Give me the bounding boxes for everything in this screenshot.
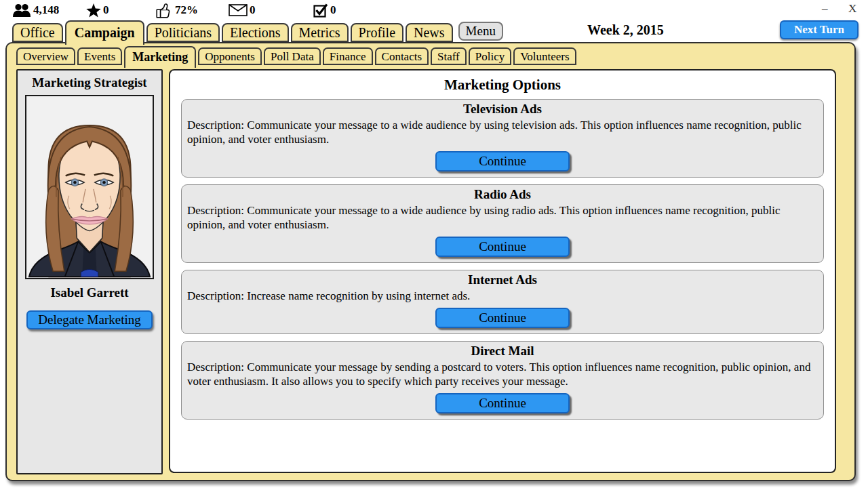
stat-stars: 0 [86,1,109,19]
tab-office[interactable]: Office [12,23,63,42]
next-turn-button[interactable]: Next Turn [780,20,859,39]
option-description: Description: Increase name recognition b… [187,289,818,303]
main-tab-bar: Office Campaign Politicians Elections Me… [12,20,503,42]
stat-approval: 72% [156,1,198,19]
menu-button[interactable]: Menu [458,22,503,41]
delegate-marketing-button[interactable]: Delegate Marketing [26,310,153,329]
stat-value: 72% [175,3,198,17]
option-card-direct-mail: Direct Mail Description: Communicate you… [181,341,824,420]
subtab-contacts[interactable]: Contacts [375,47,429,65]
strategist-name: Isabel Garrett [18,285,161,300]
continue-button-internet-ads[interactable]: Continue [435,308,570,328]
stat-value: 0 [330,3,336,17]
option-title: Television Ads [187,102,818,117]
subtab-staff[interactable]: Staff [431,47,467,65]
option-description: Description: Communicate your message to… [187,118,818,146]
tab-elections[interactable]: Elections [222,23,288,42]
close-button[interactable]: X [848,2,856,16]
thumbs-up-icon [156,3,173,18]
option-title: Internet Ads [187,272,818,287]
tab-campaign[interactable]: Campaign [65,20,144,45]
week-label: Week 2, 2015 [587,22,664,38]
mail-icon [229,4,248,16]
stat-value: 4,148 [33,3,59,17]
subtab-poll-data[interactable]: Poll Data [264,47,321,65]
option-description: Description: Communicate your message to… [187,203,818,232]
subtab-marketing[interactable]: Marketing [124,46,196,68]
subtab-opponents[interactable]: Opponents [198,47,262,65]
continue-button-television-ads[interactable]: Continue [435,151,570,171]
option-title: Radio Ads [187,187,818,202]
checkbox-icon [313,3,328,18]
subtab-volunteers[interactable]: Volunteers [513,47,576,65]
people-icon [12,3,31,18]
campaign-sub-tab-bar: Overview Events Marketing Opponents Poll… [16,45,578,65]
continue-button-radio-ads[interactable]: Continue [435,237,570,257]
subtab-overview[interactable]: Overview [16,47,75,65]
strategist-role-title: Marketing Strategist [18,75,161,90]
game-window: 4,148 0 72% 0 0 – X Offic [0,0,868,488]
option-title: Direct Mail [187,344,818,359]
option-description: Description: Communicate your message by… [187,360,818,388]
marketing-options-panel: Marketing Options Television Ads Descrip… [169,69,836,473]
strategist-portrait [25,95,154,279]
stat-supporters: 4,148 [12,1,59,19]
page-title: Marketing Options [170,77,835,94]
option-card-television-ads: Television Ads Description: Communicate … [181,99,824,178]
star-icon [86,3,101,18]
stat-messages: 0 [229,1,256,19]
stat-value: 0 [250,3,256,17]
subtab-finance[interactable]: Finance [323,47,373,65]
subtab-policy[interactable]: Policy [469,47,511,65]
tab-profile[interactable]: Profile [351,23,403,42]
tab-news[interactable]: News [406,23,453,42]
option-card-radio-ads: Radio Ads Description: Communicate your … [181,184,824,263]
tab-metrics[interactable]: Metrics [291,23,349,42]
strategist-panel: Marketing Strategist [16,69,163,474]
stat-tasks: 0 [313,1,336,19]
option-card-internet-ads: Internet Ads Description: Increase name … [181,270,824,334]
portrait-illustration [26,96,153,278]
subtab-events[interactable]: Events [77,47,122,65]
minimize-button[interactable]: – [822,2,828,16]
stat-value: 0 [103,3,109,17]
tab-politicians[interactable]: Politicians [146,23,220,42]
continue-button-direct-mail[interactable]: Continue [435,393,570,413]
